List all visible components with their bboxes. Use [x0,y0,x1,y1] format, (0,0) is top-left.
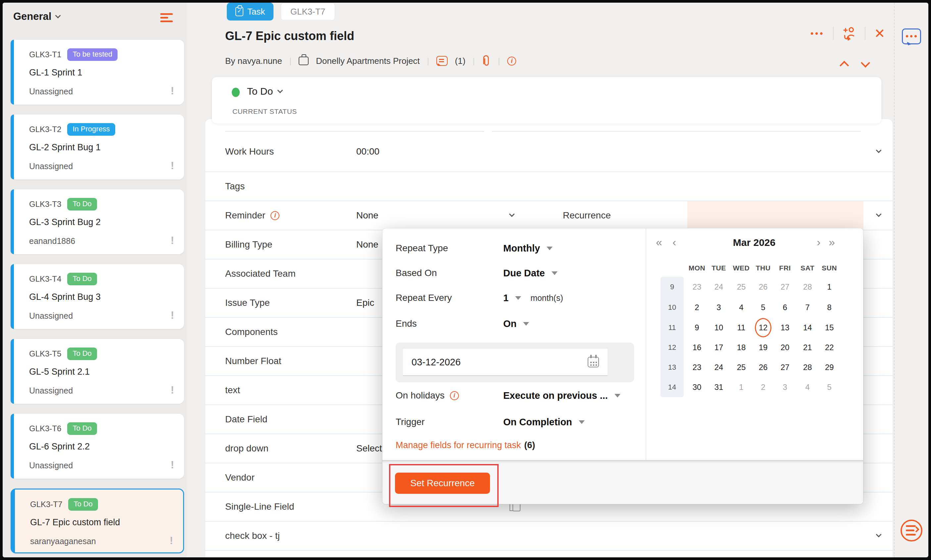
calendar-next-year-icon[interactable]: » [829,235,835,249]
calendar-day[interactable]: 26 [752,281,774,293]
tab-task-id[interactable]: GLK3-T7 [281,3,335,20]
field-value[interactable]: Select [356,443,382,454]
sidebar-group-title: General [13,11,51,23]
comments-panel-icon[interactable] [902,28,921,45]
calendar-day[interactable]: 24 [708,281,730,293]
popup-row-value[interactable]: Execute on previous ... [503,390,608,401]
caret-down-icon[interactable] [614,394,620,397]
sidebar-filter-icon[interactable] [160,13,173,23]
close-icon[interactable]: ✕ [874,27,885,40]
calendar-day[interactable]: 27 [774,362,796,373]
popup-row-value[interactable]: On Completion [503,417,572,428]
info-icon[interactable]: i [271,211,279,220]
calendar-day[interactable]: 18 [730,342,752,354]
caret-down-icon[interactable] [546,246,552,250]
calendar-day[interactable]: 10 [708,322,730,334]
calendar-day[interactable]: 7 [797,302,819,314]
popup-row-value[interactable]: Due Date [503,268,545,278]
task-card[interactable]: GLK3-T2In ProgressGL-2 Sprint Bug 1Unass… [11,114,184,179]
calendar-day[interactable]: 29 [819,362,840,373]
calendar-day[interactable]: 4 [730,302,752,314]
recurrence-highlight[interactable] [687,201,863,230]
status-dropdown[interactable]: To Do [247,86,282,97]
sidebar-group-dropdown[interactable]: General [13,11,60,23]
field-value[interactable]: 00:00 [356,146,379,157]
calendar-day[interactable]: 31 [708,381,730,393]
calendar-day[interactable]: 25 [730,281,752,293]
comment-count[interactable]: (1) [455,56,466,66]
calendar-day[interactable]: 26 [752,362,774,373]
caret-down-icon[interactable] [515,296,521,300]
popup-row-value[interactable]: On [503,318,517,329]
caret-down-icon[interactable] [552,271,557,275]
task-card[interactable]: GLK3-T5To DoGL-5 Sprint 2.1Unassigned! [11,339,184,404]
previous-task-icon[interactable] [840,61,849,70]
calendar-day[interactable]: 1 [730,381,752,393]
calendar-day[interactable]: 8 [819,302,840,314]
field-value[interactable]: None [356,210,379,221]
task-card[interactable]: GLK3-T1To be testedGL-1 Sprint 1Unassign… [11,40,184,105]
calendar-day[interactable]: 2 [752,381,774,393]
calendar-day[interactable]: 12 [752,322,774,334]
manage-fields-link[interactable]: Manage fields for recurring task(6) [395,440,535,451]
calendar-day[interactable]: 16 [686,342,708,354]
calendar-day[interactable]: 4 [797,381,819,393]
field-value[interactable]: Epic [356,297,374,308]
task-card[interactable]: GLK3-T7To DoGL-7 Epic custom fieldsarany… [11,489,184,553]
calendar-day[interactable]: 20 [774,342,796,354]
calendar-day[interactable]: 19 [752,342,774,354]
attachment-paperclip-icon[interactable] [482,55,491,67]
calendar-day[interactable]: 3 [774,381,796,393]
calendar-day[interactable]: 23 [686,281,708,293]
calendar-next-month-icon[interactable]: › [817,235,820,249]
calendar-day[interactable]: 30 [686,381,708,393]
activity-stream-icon[interactable] [900,520,922,542]
caret-down-icon[interactable] [523,322,529,326]
calendar-day[interactable]: 24 [708,362,730,373]
calendar-day[interactable]: 15 [819,322,840,334]
calendar-day[interactable]: 11 [730,322,752,334]
calendar-day[interactable]: 17 [708,342,730,354]
info-icon[interactable]: i [450,391,459,400]
field-value[interactable]: None [356,239,379,250]
calendar-day[interactable]: 13 [774,322,796,334]
calendar-day[interactable]: 22 [819,342,840,354]
calendar-day[interactable]: 27 [774,281,796,293]
task-card[interactable]: GLK3-T6To DoGL-6 Sprint 2.2Unassigned! [11,414,184,478]
calendar-prev-month-icon[interactable]: ‹ [672,235,676,249]
calendar-day[interactable]: 6 [774,302,796,314]
task-card[interactable]: GLK3-T3To DoGL-3 Sprint Bug 2eanand1886! [11,189,184,254]
chevron-down-icon[interactable] [509,211,515,217]
comment-icon[interactable] [436,56,448,66]
end-date-input[interactable]: 03-12-2026 [403,349,608,376]
calendar-day[interactable]: 5 [819,381,840,393]
chevron-down-icon[interactable] [876,532,882,537]
byline-project[interactable]: Donelly Apartments Project [316,56,420,66]
add-follower-icon[interactable] [842,26,856,40]
calendar-day[interactable]: 5 [752,302,774,314]
tab-task[interactable]: Task [227,3,274,20]
calendar-icon[interactable] [588,357,599,368]
more-actions-icon[interactable]: ••• [811,28,825,39]
task-card[interactable]: GLK3-T4To DoGL-4 Sprint Bug 3Unassigned! [11,264,184,329]
calendar-day[interactable]: 1 [819,281,840,293]
info-icon[interactable]: i [507,57,516,66]
calendar-day[interactable]: 21 [797,342,819,354]
calendar-day[interactable]: 23 [686,362,708,373]
calendar-day[interactable]: 3 [708,302,730,314]
set-recurrence-button[interactable]: Set Recurrence [395,472,490,494]
popup-row-value[interactable]: 1 [503,292,509,303]
calendar-day[interactable]: 9 [686,322,708,334]
byline-author[interactable]: By navya.nune [225,56,282,66]
calendar-day[interactable]: 14 [797,322,819,334]
calendar-day[interactable]: 2 [686,302,708,314]
chevron-down-icon[interactable] [876,211,882,217]
calendar-day[interactable]: 25 [730,362,752,373]
calendar-prev-year-icon[interactable]: « [656,235,662,249]
calendar-day[interactable]: 28 [797,362,819,373]
caret-down-icon[interactable] [579,420,585,424]
popup-row-value[interactable]: Monthly [503,243,540,254]
calendar-day[interactable]: 28 [797,281,819,293]
chevron-down-icon[interactable] [876,148,882,153]
next-task-icon[interactable] [861,58,870,68]
